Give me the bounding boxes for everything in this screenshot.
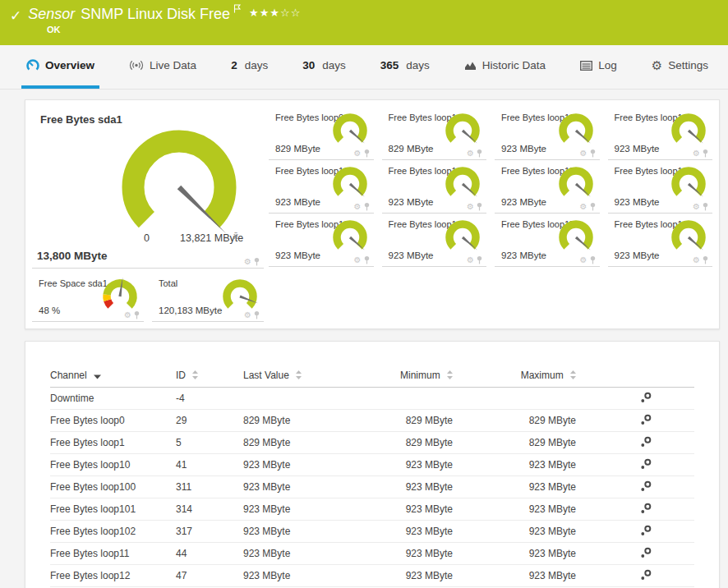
col-header-maximum[interactable]: Maximum: [453, 370, 576, 381]
gauge-gear-icon[interactable]: ⚙: [354, 256, 362, 264]
channel-settings-icon[interactable]: [640, 392, 652, 403]
gauge-pin-icon[interactable]: [702, 255, 709, 264]
loop-gauge-cell: Free Bytes loop14923 MByte⚙: [382, 214, 487, 267]
cell-maximum: 923 MByte: [453, 526, 576, 537]
gauge-gear-icon[interactable]: ⚙: [467, 149, 474, 158]
gauge-gear-icon[interactable]: ⚙: [354, 149, 362, 158]
sort-icon: [192, 370, 198, 379]
extra-gauge-cell: Free Space sda148 %⚙: [32, 273, 144, 322]
gauge-dial: [440, 165, 485, 201]
loop-gauge-cell: Free Bytes loop13923 MByte⚙: [269, 214, 374, 267]
channel-settings-icon[interactable]: [640, 480, 652, 492]
tab-label: Live Data: [150, 59, 196, 71]
col-header-minimum[interactable]: Minimum: [379, 370, 453, 381]
cell-last-value: 923 MByte: [243, 570, 379, 581]
channel-settings-icon[interactable]: [640, 547, 652, 558]
cell-minimum: 923 MByte: [379, 570, 453, 581]
gauge-gear-icon[interactable]: ⚙: [467, 203, 474, 211]
tab-overview[interactable]: Overview: [21, 45, 99, 89]
gauge-gear-icon[interactable]: ⚙: [693, 256, 700, 264]
tab-settings[interactable]: ⚙Settings: [647, 45, 713, 89]
sort-icon: [570, 370, 576, 379]
gauge-gear-icon[interactable]: ⚙: [244, 311, 251, 319]
col-header-last-value[interactable]: Last Value: [243, 370, 379, 381]
gauge-gear-icon[interactable]: ⚙: [244, 258, 251, 266]
main-gauge-value: 13,800 MByte: [37, 250, 108, 262]
gauge-pin-icon[interactable]: [476, 202, 483, 211]
gauge-pin-icon[interactable]: [133, 310, 141, 319]
gauge-gear-icon[interactable]: ⚙: [467, 256, 474, 264]
channel-settings-icon[interactable]: [640, 525, 652, 536]
cell-minimum: 923 MByte: [379, 548, 453, 559]
col-header-id[interactable]: ID: [176, 370, 243, 381]
tab-2-days[interactable]: 2days: [226, 45, 273, 89]
channel-settings-icon[interactable]: [640, 414, 652, 425]
priority-stars[interactable]: ★★★☆☆: [249, 7, 301, 19]
gauge-pin-icon[interactable]: [253, 257, 260, 266]
gauge-dial: [554, 218, 598, 255]
content-area: Free Bytes sda1 013,821 MBytex̄ 13,800 M…: [0, 90, 728, 588]
channel-settings-icon[interactable]: [640, 458, 652, 470]
tab-number: 2: [231, 59, 237, 71]
loop-gauge-cell: Free Bytes loop1829 MByte⚙: [382, 107, 487, 160]
gauge-dial: [218, 278, 262, 314]
gauge-pin-icon[interactable]: [702, 149, 709, 158]
extra-gauge-cell: Total120,183 MByte⚙: [152, 273, 264, 322]
channel-settings-icon[interactable]: [640, 569, 652, 581]
gauge-pin-icon[interactable]: [253, 310, 260, 319]
gauge-pin-icon[interactable]: [476, 255, 483, 264]
loop-gauge-cell: Free Bytes loop0829 MByte⚙: [269, 107, 374, 160]
gauge-value: 923 MByte: [275, 197, 320, 207]
settings-gear-icon: ⚙: [652, 58, 662, 73]
cell-id: 5: [176, 437, 243, 448]
status-check-icon: ✓: [10, 7, 21, 24]
cell-maximum: 923 MByte: [453, 481, 576, 493]
tab-30-days[interactable]: 30days: [297, 45, 351, 89]
gauge-gear-icon[interactable]: ⚙: [124, 311, 131, 319]
sort-icon: [296, 370, 302, 379]
col-header-channel[interactable]: Channel: [50, 370, 176, 381]
gauge-pin-icon[interactable]: [589, 255, 597, 264]
gauge-gear-icon[interactable]: ⚙: [693, 203, 700, 211]
tab-log[interactable]: Log: [575, 45, 622, 89]
gauge-value: 923 MByte: [389, 250, 434, 260]
loop-gauge-cell: Free Bytes loop15923 MByte⚙: [495, 214, 600, 267]
gauge-pin-icon[interactable]: [363, 202, 371, 211]
sort-icon: [447, 370, 453, 379]
gauge-pin-icon[interactable]: [476, 149, 483, 158]
gauge-value: 120,183 MByte: [159, 305, 222, 315]
priority-flag-icon[interactable]: [233, 4, 241, 13]
gauge-gear-icon[interactable]: ⚙: [354, 203, 362, 211]
gauge-title: Total: [159, 278, 177, 288]
gauge-pin-icon[interactable]: [589, 202, 597, 211]
gauge-pin-icon[interactable]: [363, 255, 371, 264]
gauge-gear-icon[interactable]: ⚙: [580, 203, 587, 211]
channel-settings-icon[interactable]: [640, 503, 652, 514]
channel-settings-icon[interactable]: [640, 436, 652, 448]
loop-gauge-cell: Free Bytes loop12923 MByte⚙: [608, 160, 713, 214]
cell-maximum: 923 MByte: [453, 459, 576, 471]
table-row: Free Bytes loop1144923 MByte923 MByte923…: [50, 543, 694, 565]
gauge-pin-icon[interactable]: [589, 149, 597, 158]
tab-365-days[interactable]: 365days: [376, 45, 435, 89]
gauge-pin-icon[interactable]: [363, 149, 371, 158]
gauge-gear-icon[interactable]: ⚙: [693, 149, 700, 158]
cell-last-value: 923 MByte: [243, 459, 379, 471]
tab-label: Overview: [45, 59, 94, 71]
main-gauge-cell: Free Bytes sda1 013,821 MBytex̄ 13,800 M…: [32, 107, 264, 269]
channel-table: Channel ID Last Value Minimum Maximum Do…: [50, 363, 694, 587]
cell-channel: Free Bytes loop1: [50, 437, 176, 448]
table-row: Free Bytes loop1041923 MByte923 MByte923…: [50, 454, 694, 476]
table-row: Free Bytes loop029829 MByte829 MByte829 …: [50, 410, 694, 432]
tab-live-data[interactable]: Live Data: [124, 45, 201, 89]
gauge-pin-icon[interactable]: [702, 202, 709, 211]
gauge-gear-icon[interactable]: ⚙: [580, 149, 587, 158]
tab-historic-data[interactable]: Historic Data: [459, 45, 551, 89]
gauge-dial: [666, 218, 711, 255]
table-row: Downtime-4: [50, 388, 694, 410]
tab-label: Settings: [668, 59, 708, 71]
cell-channel: Free Bytes loop101: [50, 503, 176, 515]
gauge-gear-icon[interactable]: ⚙: [580, 256, 587, 264]
cell-maximum: 923 MByte: [453, 570, 576, 581]
table-row: Free Bytes loop100311923 MByte923 MByte9…: [50, 476, 694, 498]
